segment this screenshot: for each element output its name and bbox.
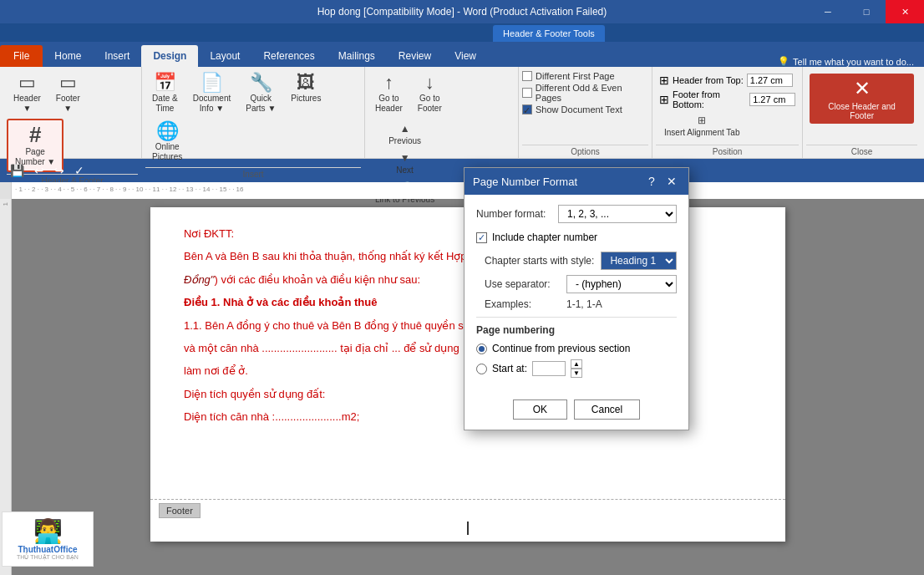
next-icon: ▼: [400, 152, 410, 164]
continue-from-previous-row: Continue from previous section: [476, 343, 677, 354]
number-format-label: Number format:: [476, 208, 551, 220]
start-at-input[interactable]: [532, 361, 566, 376]
go-to-footer-label: Go toFooter: [418, 94, 442, 114]
dialog-wrapper: Page Number Format ? ✕ Number format: 1,…: [464, 167, 689, 430]
ok-button[interactable]: OK: [513, 399, 567, 420]
dialog-footer: OK Cancel: [465, 393, 688, 430]
tab-insert[interactable]: Insert: [93, 45, 141, 67]
footer-cursor-area: [159, 522, 777, 538]
tab-mailings[interactable]: Mailings: [327, 45, 387, 67]
insert-alignment-tab-icon: ⊞: [698, 114, 706, 126]
tab-references[interactable]: References: [251, 45, 326, 67]
quick-parts-label: QuickParts ▼: [246, 94, 276, 114]
diff-odd-even-label: Different Odd & Even Pages: [536, 83, 648, 103]
quick-parts-icon: 🔧: [250, 74, 272, 92]
spinbox-up[interactable]: ▲: [571, 359, 582, 369]
tab-layout[interactable]: Layout: [198, 45, 251, 67]
pictures-label: Pictures: [291, 94, 321, 104]
footer-btn[interactable]: ▭ Footer▼: [49, 70, 87, 117]
chapter-starts-label: Chapter starts with style:: [485, 255, 594, 267]
tell-me-box[interactable]: 💡 Tell me what you want to do...: [768, 56, 924, 67]
footer-from-bottom-row: ⊞ Footer from Bottom:: [659, 89, 795, 109]
go-to-footer-btn[interactable]: ↓ Go toFooter: [411, 70, 449, 117]
ribbon-group-items-position: ⊞ Header from Top: ⊞ Footer from Bottom:…: [656, 70, 799, 143]
number-format-row: Number format: 1, 2, 3, ...: [476, 205, 677, 223]
minimize-btn[interactable]: ─: [809, 0, 847, 23]
pictures-icon: 🖼: [297, 74, 315, 92]
footer-from-bottom-input[interactable]: [749, 93, 795, 106]
ruler: · 1 · · 2 · · 3 · · 4 · · 5 · · 6 · · 7 …: [0, 182, 924, 199]
footer-from-bottom-label: Footer from Bottom:: [673, 89, 746, 109]
continue-radio[interactable]: [476, 343, 487, 354]
chapter-style-row: Chapter starts with style: Heading 1: [485, 252, 677, 270]
ribbon-group-header-footer: ▭ Header▼ ▭ Footer▼ # PageNumber ▼ Heade…: [3, 67, 142, 158]
diff-first-page-check[interactable]: [522, 71, 532, 81]
redo-btn[interactable]: ↪: [51, 162, 68, 179]
ribbon-group-navigation: ↑ Go toHeader ↓ Go toFooter ▲ Previous ▼…: [365, 67, 519, 158]
ribbon-group-close: ✕ Close Header and Footer Close: [803, 67, 921, 158]
include-chapter-checkbox[interactable]: ✓: [476, 232, 487, 243]
examples-value: 1-1, 1-A: [566, 298, 602, 310]
tab-design[interactable]: Design: [141, 45, 198, 67]
cancel-button[interactable]: Cancel: [574, 399, 640, 420]
header-from-top-input[interactable]: [747, 74, 793, 87]
dialog-help-btn[interactable]: ?: [643, 173, 660, 190]
ribbon-group-options: Different First Page Different Odd & Eve…: [519, 67, 652, 158]
online-pictures-label: OnlinePictures: [152, 142, 182, 162]
spinbox-arrows: ▲ ▼: [571, 359, 582, 378]
close-group-label: Close: [806, 145, 917, 158]
window-close-btn[interactable]: ✕: [886, 0, 924, 23]
include-chapter-label: Include chapter number: [492, 232, 597, 243]
spinbox-down[interactable]: ▼: [571, 369, 582, 378]
close-header-footer-btn[interactable]: ✕ Close Header and Footer: [810, 74, 914, 124]
document-info-btn[interactable]: 📄 DocumentInfo ▼: [186, 70, 238, 117]
title-bar: Hop dong [Compatibility Mode] - Word (Pr…: [0, 0, 924, 23]
ruler-side-left: [0, 182, 12, 199]
diff-first-page-row: Different First Page: [522, 70, 615, 82]
start-at-label: Start at:: [492, 363, 527, 374]
next-btn[interactable]: ▼ Next: [370, 150, 439, 177]
tab-file[interactable]: File: [0, 45, 43, 67]
footer-tag: Footer: [159, 503, 201, 518]
maximize-btn[interactable]: □: [847, 0, 886, 23]
previous-icon: ▲: [400, 123, 410, 135]
date-time-btn[interactable]: 📅 Date &Time: [145, 70, 185, 117]
tab-view[interactable]: View: [443, 45, 488, 67]
diff-odd-even-check[interactable]: [522, 88, 532, 98]
page-number-icon: #: [29, 124, 41, 145]
footer-cursor: [467, 522, 469, 535]
ribbon-group-items-options: Different First Page Different Odd & Eve…: [522, 70, 648, 143]
footer-from-bottom-icon: ⊞: [659, 93, 669, 106]
header-from-top-row: ⊞ Header from Top:: [659, 74, 793, 87]
undo-btn[interactable]: ↩: [31, 162, 48, 179]
header-btn[interactable]: ▭ Header▼: [7, 70, 48, 117]
quick-parts-btn[interactable]: 🔧 QuickParts ▼: [239, 70, 282, 117]
header-footer-tools-label: Header & Footer Tools: [493, 25, 605, 42]
number-format-select[interactable]: 1, 2, 3, ...: [558, 205, 677, 223]
tab-home[interactable]: Home: [43, 45, 93, 67]
online-pictures-btn[interactable]: 🌐 OnlinePictures: [145, 119, 189, 165]
ribbon-group-position: ⊞ Header from Top: ⊞ Footer from Bottom:…: [652, 67, 803, 158]
pictures-btn[interactable]: 🖼 Pictures: [284, 70, 327, 107]
document-info-icon: 📄: [201, 74, 223, 92]
left-margin-bar: 1 👨‍💻 ThuthuatOffice THỦ THUẬT CHO BẠN: [0, 199, 12, 575]
date-time-label: Date &Time: [152, 94, 178, 114]
chapter-style-select[interactable]: Heading 1: [601, 252, 677, 270]
lightbulb-icon: 💡: [778, 56, 789, 67]
accept-btn[interactable]: ✓: [71, 162, 88, 179]
tab-review[interactable]: Review: [387, 45, 443, 67]
examples-row: Examples: 1-1, 1-A: [485, 298, 677, 310]
save-btn[interactable]: 💾: [7, 162, 28, 179]
separator-select[interactable]: - (hyphen): [566, 275, 677, 293]
footer-icon: ▭: [59, 74, 77, 92]
insert-alignment-tab-btn[interactable]: ⊞ Insert Alignment Tab: [659, 112, 744, 140]
show-doc-text-check[interactable]: ✓: [522, 104, 532, 114]
previous-btn[interactable]: ▲ Previous: [370, 120, 439, 148]
start-at-radio[interactable]: [476, 364, 487, 374]
go-to-header-btn[interactable]: ↑ Go toHeader: [368, 70, 409, 117]
go-to-header-icon: ↑: [384, 74, 393, 92]
ribbon-tabs: File Home Insert Design Layout Reference…: [0, 42, 924, 67]
ruler-marks: · 1 · · 2 · · 3 · · 4 · · 5 · · 6 · · 7 …: [12, 186, 243, 193]
dialog-close-btn[interactable]: ✕: [663, 173, 680, 190]
logo-name: ThuthuatOffice: [8, 545, 88, 554]
